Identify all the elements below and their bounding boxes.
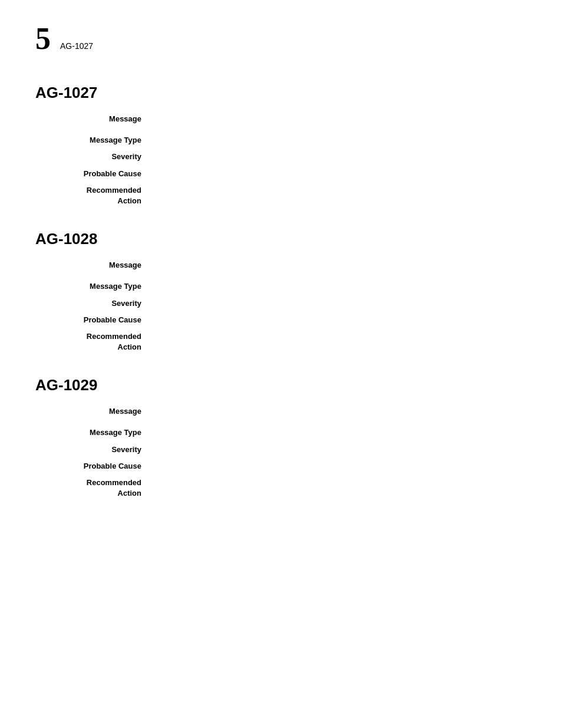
field-row-probablecause-1027: Probable Cause [35,169,527,179]
label-messagetype-1027: Message Type [35,135,153,146]
field-row-probablecause-1028: Probable Cause [35,315,527,325]
label-severity-1027: Severity [35,151,153,162]
value-message-1027 [153,114,527,124]
page-header: 5 AG-1027 [35,24,527,54]
label-severity-1028: Severity [35,298,153,309]
label-messagetype-1028: Message Type [35,281,153,292]
field-row-severity-1029: Severity [35,444,527,455]
page-container: 5 AG-1027 AG-1027 Message Message Type S… [35,24,527,499]
field-row-severity-1028: Severity [35,298,527,309]
value-message-1029 [153,406,527,417]
field-row-messagetype-1029: Message Type [35,427,527,438]
label-message-1028: Message [35,260,153,271]
value-severity-1028 [153,298,527,309]
value-messagetype-1027 [153,135,527,146]
label-recommendedaction-1029: RecommendedAction [35,477,153,499]
value-probablecause-1027 [153,169,527,179]
label-message-1029: Message [35,406,153,417]
field-row-recommendedaction-1028: RecommendedAction [35,331,527,353]
field-row-recommendedaction-1027: RecommendedAction [35,185,527,206]
value-probablecause-1028 [153,315,527,325]
field-row-message-1028: Message [35,260,527,271]
section-ag-1027: AG-1027 Message Message Type Severity Pr… [35,84,527,206]
section-ag-1028: AG-1028 Message Message Type Severity Pr… [35,230,527,353]
section-ag-1029: AG-1029 Message Message Type Severity Pr… [35,376,527,499]
label-severity-1029: Severity [35,444,153,455]
value-severity-1029 [153,444,527,455]
label-probablecause-1028: Probable Cause [35,315,153,325]
page-subtitle: AG-1027 [60,41,93,51]
field-row-probablecause-1029: Probable Cause [35,461,527,472]
label-recommendedaction-1027: RecommendedAction [35,185,153,206]
value-recommendedaction-1029 [153,477,527,499]
field-row-message-1027: Message [35,114,527,124]
label-message-1027: Message [35,114,153,124]
section-title-ag-1029: AG-1029 [35,376,527,394]
field-row-message-1029: Message [35,406,527,417]
label-probablecause-1027: Probable Cause [35,169,153,179]
field-row-recommendedaction-1029: RecommendedAction [35,477,527,499]
value-messagetype-1029 [153,427,527,438]
page-number: 5 [35,24,51,54]
section-title-ag-1028: AG-1028 [35,230,527,248]
section-title-ag-1027: AG-1027 [35,84,527,102]
value-messagetype-1028 [153,281,527,292]
field-row-severity-1027: Severity [35,151,527,162]
field-row-messagetype-1028: Message Type [35,281,527,292]
value-probablecause-1029 [153,461,527,472]
label-messagetype-1029: Message Type [35,427,153,438]
value-severity-1027 [153,151,527,162]
value-recommendedaction-1027 [153,185,527,206]
label-recommendedaction-1028: RecommendedAction [35,331,153,353]
value-recommendedaction-1028 [153,331,527,353]
label-probablecause-1029: Probable Cause [35,461,153,472]
field-row-messagetype-1027: Message Type [35,135,527,146]
value-message-1028 [153,260,527,271]
